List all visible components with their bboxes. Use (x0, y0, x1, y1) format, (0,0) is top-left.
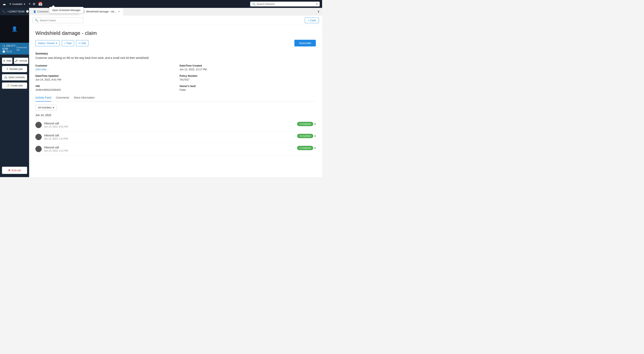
activity-status-2: Completed ▾ (297, 134, 316, 138)
status-selector[interactable]: Available ▾ (8, 2, 27, 6)
status-button[interactable]: Status: Closed ▾ (36, 40, 60, 46)
edit-label: ✏ Edit (79, 42, 86, 45)
quick-connects-icon: 📇 (4, 76, 7, 79)
phone-activity-icon-1: 📞 (37, 123, 40, 127)
field-date-created: Date/Time Created Jun 13, 2022, 12:17 PM (180, 64, 316, 71)
number-pad-icon: ⠿ (6, 68, 8, 71)
search-cases-input-wrap[interactable]: 🔍 (32, 17, 84, 23)
activity-status-3: Completed ▾ (297, 146, 316, 150)
activity-info-3: Inbound call Jun 14, 2022, 2:11 PM (44, 146, 295, 152)
activity-info-1: Inbound call Jun 14, 2022, 8:01 PM (44, 122, 295, 128)
summary-value: Customer was driving on i90 on the way b… (36, 56, 316, 60)
more-information-label: More Information (74, 96, 95, 99)
customer-value[interactable]: John Doe ··· (36, 68, 172, 71)
task-button[interactable]: + Task (62, 40, 74, 46)
owners-fault-value: False (180, 88, 316, 91)
create-task-icon: 📝 (6, 84, 10, 87)
associate-button[interactable]: Associate (294, 40, 316, 47)
left-panel: 📞 +12065778298 🕐 01:10 👤 +1 206-577-8298… (0, 8, 29, 177)
tab-more-information[interactable]: More Information (74, 96, 95, 102)
hold-button[interactable]: ⏸ Hold (2, 58, 12, 64)
share-icon[interactable]: ⬆ (318, 10, 322, 13)
hold-label: Hold (6, 60, 12, 62)
status-label: Available (12, 3, 22, 6)
date-created-label: Date/Time Created (180, 64, 316, 67)
tab-comments[interactable]: Comments (56, 96, 69, 102)
all-activities-button[interactable]: All Activities ▾ (36, 105, 57, 110)
tab-windshield[interactable]: 📋 Windshield damage - cla... ✕ (79, 8, 124, 15)
field-owners-fault: Owner's fault False (180, 85, 316, 91)
add-case-label: + Case (308, 19, 316, 22)
activity-feed-label: Activity Feed (36, 96, 51, 99)
date-created-value: Jun 13, 2022, 12:17 PM (180, 68, 316, 71)
end-call-button[interactable]: ✖ End call (2, 167, 27, 174)
activity-time-1: Jun 14, 2022, 8:01 PM (44, 125, 295, 128)
date-updated-label: Date/Time Updated (36, 74, 172, 77)
activity-avatar-3: 📞 (36, 146, 42, 152)
all-activities-chevron-icon: ▾ (53, 106, 54, 109)
more-icon[interactable]: ··· (47, 68, 49, 71)
right-content: 👤 Customer Profile 📋 Cases 📋 Windshield … (29, 8, 322, 177)
hold-icon: ⏸ (3, 60, 5, 62)
activity-tabs: Activity Feed Comments More Information (36, 96, 316, 102)
add-button[interactable]: + (29, 2, 31, 6)
activity-date: Jun 14, 2022 (36, 114, 316, 117)
activity-time-2: Jun 14, 2022, 2:12 PM (44, 137, 295, 140)
status-label: Status: Closed (38, 42, 55, 45)
video-placeholder-icon: 👤 (12, 26, 18, 32)
case-fields-grid: Customer John Doe ··· Date/Time Created … (36, 64, 316, 91)
create-task-label: Create task (10, 84, 22, 87)
field-date-updated: Date/Time Updated Jun 14, 2022, 8:01 PM (36, 74, 172, 81)
summary-section: Summary Customer was driving on i90 on t… (36, 52, 316, 60)
activity-time-3: Jun 14, 2022, 2:11 PM (44, 149, 295, 152)
all-activities-label: All Activities (38, 106, 52, 109)
app-logo: ☁ (2, 2, 6, 6)
case-content: Windshield damage - claim Status: Closed… (29, 25, 322, 177)
call-info-top: 📞 +12065778298 🕐 01:10 (0, 8, 29, 15)
schedule-manager-button[interactable]: 📅 (37, 1, 43, 7)
edit-button[interactable]: ✏ Edit (76, 40, 88, 46)
search-bar: 🔍 + Case (29, 15, 322, 25)
comments-label: Comments (56, 96, 69, 99)
status-dot (10, 3, 11, 5)
end-call-label: End call (12, 169, 21, 172)
expand-icon-2[interactable]: ▾ (314, 134, 316, 138)
logo-icon: ☁ (2, 2, 6, 6)
create-task-button[interactable]: 📝 Create task (2, 83, 27, 89)
vin-label: VIN (36, 85, 172, 88)
call-info-bottom: +1 206-577-8298 🕐 01:10 Connected call (0, 43, 29, 55)
status-chevron: ▾ (24, 3, 25, 6)
unmute-button[interactable]: 🎤 Unmute (14, 58, 28, 64)
timer-clock-icon: 🕐 (2, 50, 5, 53)
activity-title-2: Inbound call (44, 134, 295, 137)
tab-windshield-label: Windshield damage - cla... (86, 10, 116, 13)
expand-icon-3[interactable]: ▾ (314, 146, 316, 150)
customer-label: Customer (36, 64, 172, 67)
call-icon: 📞 (2, 10, 6, 13)
status-badge-2: Completed (297, 134, 313, 138)
policy-number-value: 7017817 (180, 78, 316, 81)
task-label: + Task (64, 42, 72, 45)
tab-close-icon[interactable]: ✕ (118, 10, 120, 13)
wisdom-search-icon: 🔍 (252, 3, 256, 6)
activity-title-1: Inbound call (44, 122, 295, 125)
vin-value: JH4KA4650JC000403 (36, 88, 172, 91)
quick-connects-button[interactable]: 📇 Quick connects (2, 74, 27, 81)
expand-icon-1[interactable]: ▾ (314, 122, 316, 126)
wisdom-search[interactable]: 🔍 Search Wisdom ▾ (250, 2, 320, 7)
tab-activity-feed[interactable]: Activity Feed (36, 96, 51, 102)
field-customer: Customer John Doe ··· (36, 64, 172, 71)
activity-item-3: 📞 Inbound call Jun 14, 2022, 2:11 PM Com… (36, 143, 316, 155)
gear-icon[interactable]: ⚙ (33, 2, 36, 6)
hold-unmute-row: ⏸ Hold 🎤 Unmute (2, 58, 27, 64)
summary-label: Summary (36, 52, 316, 55)
number-pad-button[interactable]: ⠿ Number pad (2, 66, 27, 72)
policy-number-label: Policy Number (180, 74, 316, 77)
date-updated-value: Jun 14, 2022, 8:01 PM (36, 78, 172, 81)
search-cases-input[interactable] (40, 19, 81, 22)
activity-status-1: Completed ▾ (297, 122, 316, 126)
activity-title-3: Inbound call (44, 146, 295, 149)
add-case-button[interactable]: + Case (305, 18, 319, 23)
search-icon: 🔍 (35, 19, 38, 22)
number-pad-label: Number pad (10, 68, 22, 71)
